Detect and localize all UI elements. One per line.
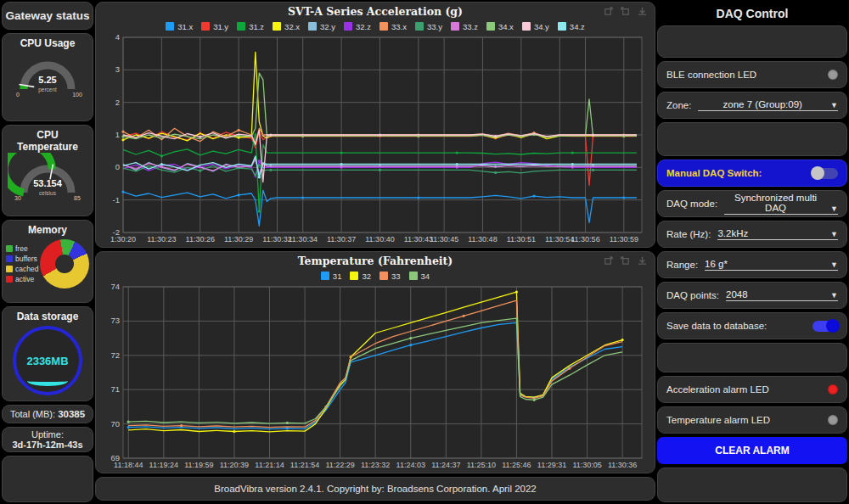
reset-axes-icon[interactable] <box>620 6 631 17</box>
daq-empty-card-2 <box>657 122 847 156</box>
legend-item[interactable]: 34.z <box>558 22 585 31</box>
zone-row: Zone: zone 7 (Group:09) ▼ <box>657 92 847 119</box>
legend-item[interactable]: 34.x <box>486 22 514 31</box>
svg-text:72: 72 <box>110 350 120 360</box>
acceleration-plot[interactable]: -2-1012341:30:2011:30:2311:30:2611:30:29… <box>101 33 649 245</box>
temperature-legend: 31323334 <box>101 269 649 283</box>
svg-text:11:29:31: 11:29:31 <box>537 461 566 469</box>
snapshot-icon[interactable] <box>603 255 614 266</box>
daq-mode-dropdown[interactable]: Synchronized multi DAQ ▼ <box>724 193 838 215</box>
acceleration-alarm-label: Acceleration alarm LED <box>666 384 769 395</box>
rate-dropdown[interactable]: 3.2kHz ▼ <box>717 228 838 240</box>
daq-control-panel: DAQ Control BLE connection LED Zone: zon… <box>657 2 847 502</box>
chevron-down-icon: ▼ <box>830 291 838 300</box>
data-storage-card: Data storage 2336MB <box>2 306 93 401</box>
svg-text:11:30:59: 11:30:59 <box>610 235 638 244</box>
legend-item[interactable]: 33.y <box>415 22 442 31</box>
svg-text:1:30:20: 1:30:20 <box>110 235 136 244</box>
legend-item[interactable]: 33 <box>380 272 401 281</box>
temperature-alarm-led <box>828 415 838 425</box>
legend-item[interactable]: 32 <box>350 272 371 281</box>
legend-item[interactable]: 33.x <box>380 22 407 31</box>
snapshot-icon[interactable] <box>603 6 614 17</box>
svg-text:11:30:51: 11:30:51 <box>507 235 536 244</box>
svg-text:11:30:05: 11:30:05 <box>572 461 601 469</box>
legend-item[interactable]: 31.z <box>237 22 264 31</box>
manual-daq-switch-toggle[interactable] <box>812 168 838 179</box>
ble-connection-led <box>828 70 838 80</box>
total-mb-label: Total (MB): <box>10 409 55 419</box>
svg-text:11:24:03: 11:24:03 <box>396 461 425 469</box>
download-icon[interactable] <box>637 6 648 17</box>
memory-legend-item: active <box>6 275 38 283</box>
legend-item[interactable]: 31.x <box>166 22 193 31</box>
range-dropdown[interactable]: 16 g* ▼ <box>705 259 838 271</box>
daq-empty-card-3 <box>657 343 847 372</box>
rate-value: 3.2kHz <box>717 228 827 238</box>
footer-bar: BroadVibra version 2.4.1. Copyright by: … <box>95 477 655 501</box>
daq-mode-row: DAQ mode: Synchronized multi DAQ ▼ <box>657 190 847 217</box>
footer-text: BroadVibra version 2.4.1. Copyright by: … <box>214 484 537 494</box>
daq-points-label: DAQ points: <box>666 290 719 300</box>
uptime-value: 3d-17h-12m-43s <box>3 440 93 450</box>
save-database-row: Save data to database: <box>657 312 847 339</box>
acceleration-chart-title: SVT-A Series Acceleration (g) <box>101 5 649 18</box>
svg-text:0: 0 <box>115 162 120 171</box>
legend-item[interactable]: 32.x <box>273 22 300 31</box>
legend-item[interactable]: 31.y <box>201 22 228 31</box>
data-storage-value: 2336MB <box>26 355 68 367</box>
range-value: 16 g* <box>705 259 827 269</box>
svg-text:11:19:24: 11:19:24 <box>149 461 178 469</box>
save-database-toggle[interactable] <box>812 321 838 332</box>
svg-text:11:22:29: 11:22:29 <box>325 461 354 469</box>
legend-item[interactable]: 32.z <box>344 22 371 31</box>
save-database-label: Save data to database: <box>666 321 767 331</box>
svg-text:11:21:54: 11:21:54 <box>290 461 319 469</box>
memory-legend-item: buffers <box>6 255 38 263</box>
svg-text:11:30:56: 11:30:56 <box>571 235 599 244</box>
svg-text:11:30:34: 11:30:34 <box>289 235 318 244</box>
cpu-usage-gauge: 5.25percent0100 <box>8 49 87 102</box>
temperature-chart-panel: Temperature (Fahrenheit) 31323334 697071… <box>95 251 655 473</box>
acceleration-alarm-row: Acceleration alarm LED <box>657 376 847 403</box>
legend-item[interactable]: 31 <box>321 272 342 281</box>
cpu-usage-title: CPU Usage <box>6 37 89 49</box>
legend-item[interactable]: 34.y <box>522 22 549 31</box>
chevron-down-icon: ▼ <box>830 260 838 269</box>
svg-text:85: 85 <box>74 195 81 201</box>
zone-value: zone 7 (Group:09) <box>698 99 827 109</box>
svg-text:73: 73 <box>110 316 120 325</box>
legend-item[interactable]: 34 <box>409 272 430 281</box>
data-storage-wave <box>27 376 68 386</box>
uptime-card: Uptime: 3d-17h-12m-43s <box>2 427 93 452</box>
svg-text:11:30:45: 11:30:45 <box>430 235 458 244</box>
acceleration-chart-panel: SVT-A Series Acceleration (g) 31.x31.y31… <box>95 2 655 248</box>
svg-text:11:30:37: 11:30:37 <box>327 235 356 244</box>
memory-title: Memory <box>6 224 89 236</box>
gateway-status-panel: Gateway status CPU Usage 5.25percent0100… <box>2 2 93 502</box>
charts-column: SVT-A Series Acceleration (g) 31.x31.y31… <box>95 2 655 502</box>
svg-text:4: 4 <box>115 33 120 42</box>
svg-text:71: 71 <box>110 384 120 394</box>
legend-item[interactable]: 33.z <box>451 22 478 31</box>
svg-text:11:19:59: 11:19:59 <box>184 461 213 469</box>
zone-dropdown[interactable]: zone 7 (Group:09) ▼ <box>698 99 838 111</box>
download-icon[interactable] <box>637 255 648 266</box>
svg-text:11:30:54: 11:30:54 <box>545 235 574 244</box>
svg-text:11:18:44: 11:18:44 <box>114 461 143 469</box>
legend-item[interactable]: 32.y <box>308 22 335 31</box>
acceleration-alarm-led <box>828 384 838 395</box>
svg-text:11:30:40: 11:30:40 <box>365 235 394 244</box>
reset-axes-icon[interactable] <box>620 255 631 266</box>
temperature-alarm-row: Temperature alarm LED <box>657 406 847 434</box>
uptime-label: Uptime: <box>31 429 64 440</box>
temperature-plot[interactable]: 69707172737411:18:4411:19:2411:19:5911:2… <box>101 283 649 471</box>
daq-points-dropdown[interactable]: 2048 ▼ <box>726 289 838 301</box>
svg-text:2: 2 <box>115 98 120 107</box>
clear-alarm-button[interactable]: CLEAR ALARM <box>657 437 847 464</box>
svg-text:celsius: celsius <box>39 190 57 196</box>
gateway-status-header: Gateway status <box>2 2 93 30</box>
svg-text:11:30:43: 11:30:43 <box>404 235 433 244</box>
cpu-usage-card: CPU Usage 5.25percent0100 <box>2 33 93 121</box>
ble-connection-label: BLE connection LED <box>666 70 756 80</box>
